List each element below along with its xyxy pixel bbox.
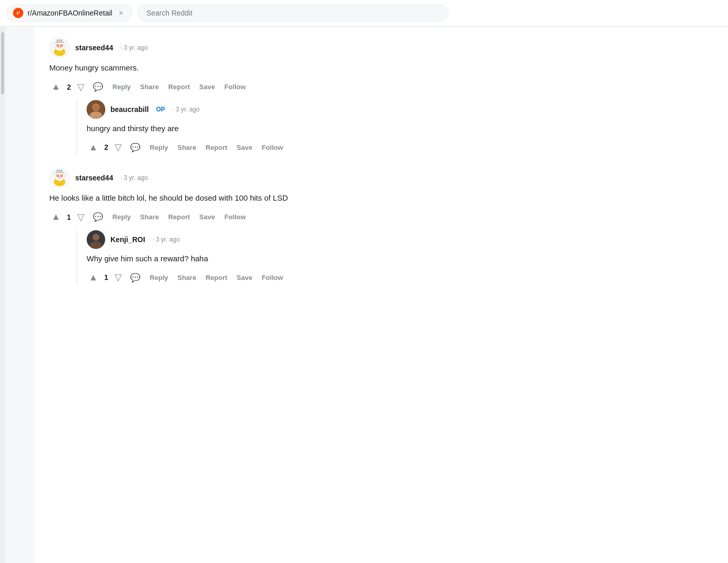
comment-2-text: He looks like a little bitch lol, he sho… <box>49 192 485 204</box>
main-layout: starseed44 · 3 yr. ago Money hungry scam… <box>0 27 728 563</box>
follow-btn-2[interactable]: Follow <box>221 211 249 223</box>
top-bar: r/ r/AmazonFBAOnlineRetail × <box>0 0 728 26</box>
report-btn-2[interactable]: Report <box>165 211 193 223</box>
svg-point-21 <box>61 175 62 176</box>
comment-2-reply-text: Why give him such a reward? haha <box>87 253 485 265</box>
reply-btn-1r[interactable]: Reply <box>147 142 171 153</box>
comment-1-actions: ▲ 2 ▽ 💬 Reply Share Report Save Follow <box>49 79 485 95</box>
reply-thread-2: Kenji_ROI · 3 yr. ago Why give him such … <box>76 230 485 286</box>
chat-icon-1r: 💬 <box>130 143 141 152</box>
report-btn-1[interactable]: Report <box>165 81 193 93</box>
comment-1-reply-text: hungry and thirsty they are <box>87 123 485 135</box>
save-btn-1r[interactable]: Save <box>233 142 255 153</box>
report-btn-2r[interactable]: Report <box>202 272 230 284</box>
svg-point-20 <box>57 175 58 176</box>
browser-tab[interactable]: r/ r/AmazonFBAOnlineRetail × <box>6 4 132 22</box>
comment-1-text: Money hungry scammers. <box>49 62 485 74</box>
follow-btn-1r[interactable]: Follow <box>259 142 286 153</box>
timestamp-2-reply: · 3 yr. ago <box>152 236 180 243</box>
chat-icon-btn-1[interactable]: 💬 <box>90 80 106 94</box>
chat-icon-1: 💬 <box>93 82 103 92</box>
reply-btn-2r[interactable]: Reply <box>147 272 171 284</box>
comment-1-reply-header: beaucrabill OP · 3 yr. ago <box>87 100 485 119</box>
reddit-tab-icon: r/ <box>13 8 23 18</box>
svg-rect-10 <box>57 39 63 42</box>
chat-icon-btn-2r[interactable]: 💬 <box>127 271 144 285</box>
avatar-kenji <box>87 230 105 249</box>
avatar-starseed44-1 <box>49 37 70 58</box>
svg-point-7 <box>54 43 57 46</box>
avatar-beaucrabill <box>87 100 105 119</box>
timestamp-1-reply: · 3 yr. ago <box>172 106 200 113</box>
share-btn-1[interactable]: Share <box>137 81 162 93</box>
timestamp-2: · 3 yr. ago <box>120 174 148 181</box>
chat-icon-btn-2[interactable]: 💬 <box>90 210 106 224</box>
search-input[interactable] <box>137 4 449 22</box>
follow-btn-1[interactable]: Follow <box>221 81 249 93</box>
share-btn-2r[interactable]: Share <box>174 272 199 284</box>
comment-2-actions: ▲ 1 ▽ 💬 Reply Share Report Save Follow <box>49 209 485 225</box>
svg-point-8 <box>63 43 65 46</box>
comment-1-reply-actions: ▲ 2 ▽ 💬 Reply Share Report Save Follow <box>87 139 485 155</box>
comment-2-reply: Kenji_ROI · 3 yr. ago Why give him such … <box>87 230 485 286</box>
username-starseed44-1: starseed44 <box>75 44 113 52</box>
chat-icon-2r: 💬 <box>130 273 141 283</box>
upvote-btn-2[interactable]: ▲ <box>49 209 63 224</box>
comment-1-reply: beaucrabill OP · 3 yr. ago hungry and th… <box>87 100 485 156</box>
scrollbar-thumb <box>1 32 4 94</box>
vote-count-2: 1 <box>66 213 72 221</box>
comments-content: starseed44 · 3 yr. ago Money hungry scam… <box>34 27 500 563</box>
username-starseed44-2: starseed44 <box>75 174 113 182</box>
svg-rect-25 <box>57 170 63 172</box>
svg-point-29 <box>93 234 99 240</box>
scrollbar[interactable] <box>0 27 5 563</box>
comment-2-reply-actions: ▲ 1 ▽ 💬 Reply Share Report Save Follow <box>87 270 485 285</box>
vote-count-2r: 1 <box>103 273 109 282</box>
chat-icon-2: 💬 <box>93 212 103 222</box>
follow-btn-2r[interactable]: Follow <box>259 272 286 284</box>
username-beaucrabill: beaucrabill <box>110 105 149 114</box>
downvote-btn-2[interactable]: ▽ <box>75 209 87 225</box>
tab-label: r/AmazonFBAOnlineRetail <box>27 9 112 17</box>
tab-close-button[interactable]: × <box>116 8 125 18</box>
downvote-btn-2r[interactable]: ▽ <box>113 270 124 285</box>
vote-count-1r: 2 <box>103 143 109 151</box>
upvote-btn-1r[interactable]: ▲ <box>87 140 100 155</box>
downvote-btn-1r[interactable]: ▽ <box>113 139 124 155</box>
sidebar <box>5 27 34 563</box>
comment-2-header: starseed44 · 3 yr. ago <box>49 167 485 188</box>
comment-1-header: starseed44 · 3 yr. ago <box>49 37 485 58</box>
op-badge: OP <box>156 106 165 113</box>
avatar-starseed44-2 <box>49 167 70 188</box>
report-btn-1r[interactable]: Report <box>202 142 230 153</box>
save-btn-2[interactable]: Save <box>196 211 218 223</box>
svg-point-22 <box>54 173 57 176</box>
upvote-btn-1[interactable]: ▲ <box>49 79 63 94</box>
comment-1: starseed44 · 3 yr. ago Money hungry scam… <box>49 37 485 155</box>
share-btn-1r[interactable]: Share <box>174 142 199 153</box>
save-btn-1[interactable]: Save <box>196 81 218 93</box>
vote-count-1: 2 <box>66 83 72 91</box>
reply-thread-1: beaucrabill OP · 3 yr. ago hungry and th… <box>76 100 485 156</box>
chat-icon-btn-1r[interactable]: 💬 <box>127 140 144 154</box>
upvote-btn-2r[interactable]: ▲ <box>87 270 100 285</box>
reply-btn-2[interactable]: Reply <box>109 211 134 223</box>
downvote-btn-1[interactable]: ▽ <box>75 79 87 95</box>
comment-2-reply-header: Kenji_ROI · 3 yr. ago <box>87 230 485 249</box>
reply-btn-1[interactable]: Reply <box>109 81 134 93</box>
svg-point-6 <box>61 45 62 46</box>
svg-point-5 <box>57 45 58 46</box>
timestamp-1: · 3 yr. ago <box>120 44 148 51</box>
username-kenji: Kenji_ROI <box>110 235 145 244</box>
save-btn-2r[interactable]: Save <box>233 272 255 284</box>
share-btn-2[interactable]: Share <box>137 211 162 223</box>
comment-2: starseed44 · 3 yr. ago He looks like a l… <box>49 167 485 285</box>
svg-point-23 <box>63 173 65 176</box>
svg-point-14 <box>93 104 99 110</box>
